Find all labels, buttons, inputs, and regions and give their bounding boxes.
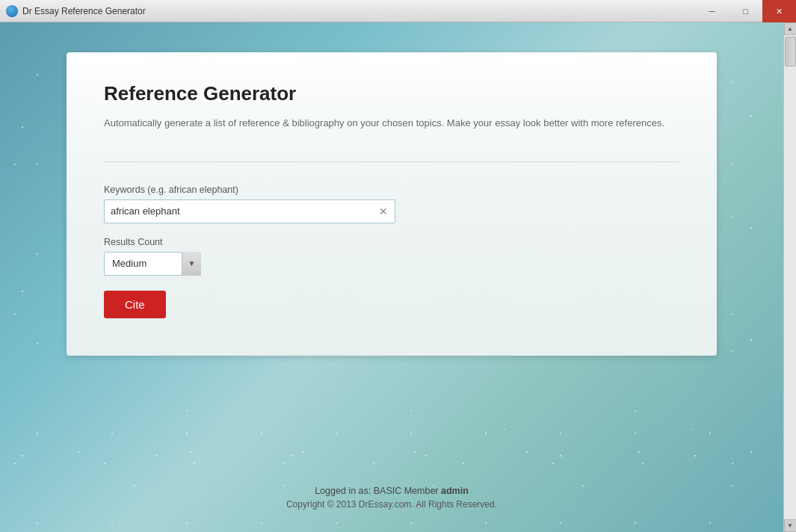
keyword-input[interactable] <box>104 200 395 223</box>
results-count-label: Results Count <box>104 237 679 247</box>
scrollbar-right: ▲ ▼ <box>783 22 796 532</box>
username: admin <box>441 486 469 496</box>
close-button[interactable]: ✕ <box>762 0 796 22</box>
footer-copyright: Copyright © 2013 DrEssay.com. All Rights… <box>13 499 771 510</box>
clear-input-button[interactable]: ✕ <box>377 205 389 218</box>
main-content: Reference Generator Automatically genera… <box>0 22 783 532</box>
scroll-down-button[interactable]: ▼ <box>784 519 797 532</box>
scroll-up-button[interactable]: ▲ <box>784 22 797 35</box>
logged-in-prefix: Logged in as: BASIC Member <box>315 486 441 496</box>
reference-generator-card: Reference Generator Automatically genera… <box>67 52 717 356</box>
window-title: Dr Essay Reference Generator <box>22 6 146 16</box>
results-select-wrapper: Low Medium High ▼ <box>104 252 201 276</box>
results-count-group: Results Count Low Medium High ▼ <box>104 237 679 276</box>
scrollbar-track <box>784 35 796 519</box>
title-bar-left: Dr Essay Reference Generator <box>0 5 146 17</box>
app-icon <box>6 5 18 17</box>
restore-button[interactable]: □ <box>729 0 762 22</box>
footer-logged-in: Logged in as: BASIC Member admin <box>13 486 771 496</box>
title-bar: Dr Essay Reference Generator ─ □ ✕ <box>0 0 796 22</box>
results-count-select[interactable]: Low Medium High <box>104 252 201 276</box>
footer: Logged in as: BASIC Member admin Copyrig… <box>13 486 771 510</box>
keywords-group: Keywords (e.g. african elephant) ✕ <box>104 185 679 223</box>
keyword-input-wrapper: ✕ <box>104 200 395 223</box>
minimize-button[interactable]: ─ <box>695 0 729 22</box>
card-divider <box>104 161 679 162</box>
window-controls: ─ □ ✕ <box>695 0 796 22</box>
card-title: Reference Generator <box>104 82 679 105</box>
card-description: Automatically generate a list of referen… <box>104 116 679 132</box>
scrollbar-thumb[interactable] <box>785 37 796 66</box>
cite-button[interactable]: Cite <box>104 291 166 318</box>
keywords-label: Keywords (e.g. african elephant) <box>104 185 679 195</box>
